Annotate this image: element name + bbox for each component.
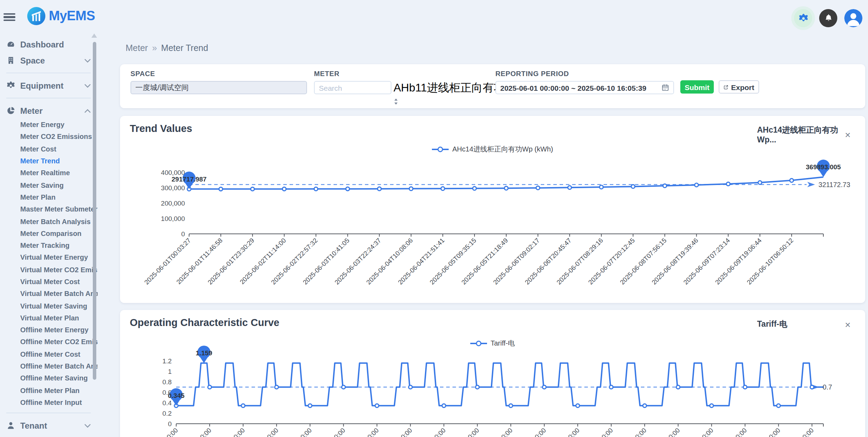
sidebar-item-meter-comparison[interactable]: Meter Comparison [0,227,98,239]
chevron-down-icon [84,58,91,62]
filter-panel: SPACE 一度城/调试空间 METER AHb11进线柜正向有功Wp [120,64,865,108]
occ-chart-canvas[interactable]: 1.210.80.60.40.202025-06-01T00:00:002025… [120,310,865,437]
svg-text:0.8: 0.8 [163,378,172,386]
svg-text:369893.005: 369893.005 [806,163,841,171]
main-content: Meter » Meter Trend SPACE 一度城/调试空间 METER… [120,31,865,437]
svg-text:2025-06-01T00:00:00: 2025-06-01T00:00:00 [130,427,179,437]
svg-text:0.345: 0.345 [168,392,185,399]
app: MyEMS [0,0,868,437]
chevron-up-icon [84,109,91,113]
sidebar-item-virtual-meter-plan[interactable]: Virtual Meter Plan [0,312,98,324]
sidebar-divider [6,73,91,73]
svg-text:0.4: 0.4 [163,399,172,407]
space-input[interactable]: 一度城/调试空间 [130,81,307,94]
sidebar-item-meter-trend[interactable]: Meter Trend [0,155,98,167]
sidebar-item-meter-saving[interactable]: Meter Saving [0,179,98,191]
svg-text:1.159: 1.159 [196,349,212,357]
sidebar-item-equipment[interactable]: Equipment [0,77,98,94]
breadcrumb-current: Meter Trend [161,43,208,53]
sidebar-item-meter-plan[interactable]: Meter Plan [0,191,98,203]
topbar-actions [794,9,862,27]
scroll-up-arrow-icon[interactable] [91,34,97,38]
space-label: SPACE [130,70,307,77]
sidebar-item-meter-tracking[interactable]: Meter Tracking [0,239,98,252]
building-icon [6,56,15,65]
gear-icon [6,81,15,90]
breadcrumb: Meter » Meter Trend [126,43,208,53]
person-icon [6,421,15,430]
reporting-period-label: REPORTING PERIOD [495,70,674,77]
sidebar-item-virtual-meter-co2-emissions[interactable]: Virtual Meter CO2 Emissions [0,264,98,276]
sidebar-item-meter[interactable]: Meter [0,103,98,119]
brand-logo[interactable]: MyEMS [27,7,95,25]
sidebar-item-meter-batch-analysis[interactable]: Meter Batch Analysis [0,215,98,228]
svg-text:0.7: 0.7 [823,383,832,391]
chevron-down-icon [84,423,91,428]
mark-pin: 369893.005 [806,160,841,177]
operating-characteristic-card: Operating Characteristic Curve Tariff-电 … [120,310,865,437]
breadcrumb-parent[interactable]: Meter [126,43,148,53]
sidebar-item-virtual-meter-saving[interactable]: Virtual Meter Saving [0,300,98,312]
mark-pin: 1.159 [196,346,212,363]
submit-button[interactable]: Submit [680,80,714,94]
svg-text:1.2: 1.2 [163,357,172,365]
gauge-icon [6,40,15,49]
notifications-bell-button[interactable] [819,9,837,27]
sidebar-item-virtual-meter-energy[interactable]: Virtual Meter Energy [0,252,98,264]
trend-chart-canvas[interactable]: 400,000300,000200,000100,00002025-06-01T… [120,116,865,303]
sidebar-item-meter-co2-emissions[interactable]: Meter CO2 Emissions [0,131,98,143]
svg-text:1: 1 [168,368,172,375]
svg-text:291717.987: 291717.987 [172,176,207,183]
reporting-period-input[interactable]: 2025-06-01 00:00:00 ~ 2025-06-10 16:05:3… [495,81,674,94]
chevron-down-icon [84,83,91,88]
meter-label: METER [314,70,486,77]
sidebar-item-offline-meter-plan[interactable]: Offline Meter Plan [0,384,98,397]
brand-name: MyEMS [49,8,95,24]
sidebar-item-dashboard[interactable]: Dashboard [0,36,98,52]
sidebar-scrollbar[interactable] [93,42,96,380]
notifications-bell-icon [823,13,833,23]
calendar-icon [661,84,669,91]
svg-text:0.2: 0.2 [163,410,172,417]
menu-icon[interactable] [3,11,16,23]
sidebar-item-offline-meter-input[interactable]: Offline Meter Input [0,397,98,409]
user-avatar-icon [844,9,862,27]
sidebar-item-meter-energy[interactable]: Meter Energy [0,119,98,131]
svg-text:0: 0 [168,420,172,428]
sidebar-item-meter-realtime[interactable]: Meter Realtime [0,167,98,179]
meter-search-input[interactable] [314,81,391,94]
sidebar-item-space[interactable]: Space [0,52,98,68]
settings-gear-icon [798,13,808,23]
pie-icon [6,106,15,115]
sidebar-divider [6,413,91,413]
export-button[interactable]: Export [719,80,759,94]
svg-text:300,000: 300,000 [161,184,185,192]
sidebar: DashboardSpaceEquipmentMeterMeter Energy… [0,31,98,437]
sidebar-item-meter-cost[interactable]: Meter Cost [0,143,98,155]
sidebar-item-virtual-meter-batch-analysis[interactable]: Virtual Meter Batch Analysis [0,288,98,300]
select-updown-icon [394,98,398,105]
sidebar-item-virtual-meter-cost[interactable]: Virtual Meter Cost [0,276,98,288]
sidebar-item-offline-meter-co2-emissions[interactable]: Offline Meter CO2 Emissions [0,336,98,348]
sidebar-item-offline-meter-batch-analysis[interactable]: Offline Meter Batch Analysis [0,360,98,372]
sidebar-item-master-meter-submeters-balance[interactable]: Master Meter Submeters Balance [0,203,98,215]
meter-select[interactable]: AHb11进线柜正向有功Wp [394,81,486,108]
svg-text:321172.73: 321172.73 [818,181,850,188]
breadcrumb-separator: » [152,43,157,53]
trend-values-card: Trend Values AHc14进线柜正向有功Wp... × AHc14进线… [120,116,865,303]
sidebar-item-offline-meter-energy[interactable]: Offline Meter Energy [0,324,98,336]
svg-text:0: 0 [181,230,185,238]
sidebar-item-offline-meter-cost[interactable]: Offline Meter Cost [0,348,98,360]
sidebar-item-tenant[interactable]: Tenant [0,417,98,434]
export-icon [724,83,728,90]
topbar: MyEMS [0,0,868,31]
occ-series-line [176,363,823,406]
myems-logo-icon [27,7,45,25]
svg-text:100,000: 100,000 [161,215,185,222]
svg-text:200,000: 200,000 [161,200,185,207]
sidebar-divider [6,98,91,98]
user-avatar-button[interactable] [844,9,862,27]
sidebar-item-offline-meter-saving[interactable]: Offline Meter Saving [0,372,98,384]
settings-gear-button[interactable] [794,9,812,27]
